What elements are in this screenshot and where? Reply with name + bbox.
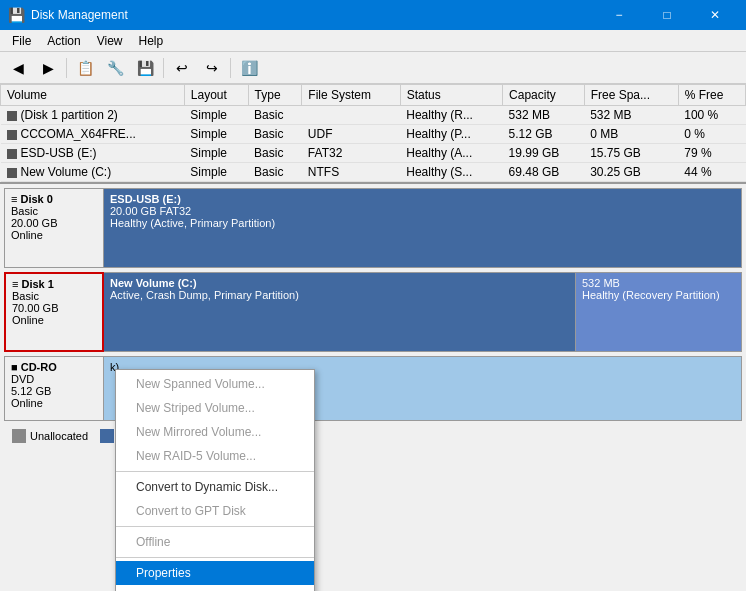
table-cell-3-3: NTFS — [302, 163, 400, 182]
table-cell-1-5: 5.12 GB — [503, 125, 585, 144]
menu-help[interactable]: Help — [131, 30, 172, 52]
table-cell-3-4: Healthy (S... — [400, 163, 502, 182]
menu-action[interactable]: Action — [39, 30, 88, 52]
table-cell-3-6: 30.25 GB — [584, 163, 678, 182]
col-capacity[interactable]: Capacity — [503, 85, 585, 106]
table-cell-0-0: (Disk 1 partition 2) — [1, 106, 185, 125]
col-volume[interactable]: Volume — [1, 85, 185, 106]
partition-recovery-size: 532 MB — [582, 277, 735, 289]
ctx-new-mirrored[interactable]: New Mirrored Volume... — [116, 420, 314, 444]
table-cell-0-2: Basic — [248, 106, 302, 125]
table-cell-2-4: Healthy (A... — [400, 144, 502, 163]
col-status[interactable]: Status — [400, 85, 502, 106]
toolbar-btn-5[interactable]: 💾 — [131, 55, 159, 81]
legend-primary-color — [100, 429, 114, 443]
table-cell-0-7: 100 % — [678, 106, 745, 125]
disk-1-status: Online — [12, 314, 96, 326]
partition-new-volume-label: New Volume (C:) — [110, 277, 569, 289]
volume-icon — [7, 168, 17, 178]
table-cell-2-6: 15.75 GB — [584, 144, 678, 163]
ctx-convert-gpt[interactable]: Convert to GPT Disk — [116, 499, 314, 523]
legend-unallocated: Unallocated — [12, 429, 88, 443]
back-button[interactable]: ◀ — [4, 55, 32, 81]
table-cell-1-3: UDF — [302, 125, 400, 144]
col-type[interactable]: Type — [248, 85, 302, 106]
toolbar-separator-3 — [230, 58, 231, 78]
table-cell-1-1: Simple — [184, 125, 248, 144]
disk-row-1: ≡ Disk 1 Basic 70.00 GB Online New Volum… — [4, 272, 742, 352]
ctx-sep-1 — [116, 471, 314, 472]
toolbar-btn-8[interactable]: ℹ️ — [235, 55, 263, 81]
table-cell-0-4: Healthy (R... — [400, 106, 502, 125]
menu-file[interactable]: File — [4, 30, 39, 52]
toolbar-btn-3[interactable]: 📋 — [71, 55, 99, 81]
forward-button[interactable]: ▶ — [34, 55, 62, 81]
disk-1-size: 70.00 GB — [12, 302, 96, 314]
partition-new-volume[interactable]: New Volume (C:) Active, Crash Dump, Prim… — [104, 273, 576, 351]
table-cell-1-7: 0 % — [678, 125, 745, 144]
ctx-properties[interactable]: Properties — [116, 561, 314, 585]
toolbar-btn-7[interactable]: ↪ — [198, 55, 226, 81]
col-freespace[interactable]: Free Spa... — [584, 85, 678, 106]
table-row[interactable]: CCCOMA_X64FRE...SimpleBasicUDFHealthy (P… — [1, 125, 746, 144]
toolbar: ◀ ▶ 📋 🔧 💾 ↩ ↪ ℹ️ — [0, 52, 746, 84]
disk-0-type: Basic — [11, 205, 97, 217]
disk-table-section: Volume Layout Type File System Status Ca… — [0, 84, 746, 184]
partition-recovery[interactable]: 532 MB Healthy (Recovery Partition) — [576, 273, 741, 351]
partition-esd-usb[interactable]: ESD-USB (E:) 20.00 GB FAT32 Healthy (Act… — [104, 189, 741, 267]
disk-label-cdrom: ■ CD-RO DVD 5.12 GB Online — [4, 356, 104, 421]
ctx-new-raid5[interactable]: New RAID-5 Volume... — [116, 444, 314, 468]
menu-view[interactable]: View — [89, 30, 131, 52]
table-row[interactable]: (Disk 1 partition 2)SimpleBasicHealthy (… — [1, 106, 746, 125]
disk-table: Volume Layout Type File System Status Ca… — [0, 84, 746, 182]
maximize-button[interactable]: □ — [644, 0, 690, 30]
volume-icon — [7, 130, 17, 140]
disk-0-partitions: ESD-USB (E:) 20.00 GB FAT32 Healthy (Act… — [104, 188, 742, 268]
ctx-new-spanned[interactable]: New Spanned Volume... — [116, 372, 314, 396]
disk-1-name: ≡ Disk 1 — [12, 278, 96, 290]
table-cell-1-6: 0 MB — [584, 125, 678, 144]
disk-0-size: 20.00 GB — [11, 217, 97, 229]
ctx-sep-2 — [116, 526, 314, 527]
minimize-button[interactable]: − — [596, 0, 642, 30]
col-percentfree[interactable]: % Free — [678, 85, 745, 106]
toolbar-btn-4[interactable]: 🔧 — [101, 55, 129, 81]
ctx-help[interactable]: Help — [116, 585, 314, 591]
table-cell-3-5: 69.48 GB — [503, 163, 585, 182]
col-layout[interactable]: Layout — [184, 85, 248, 106]
col-filesystem[interactable]: File System — [302, 85, 400, 106]
menu-bar: File Action View Help — [0, 30, 746, 52]
ctx-offline[interactable]: Offline — [116, 530, 314, 554]
disk-cdrom-status: Online — [11, 397, 97, 409]
toolbar-separator-1 — [66, 58, 67, 78]
table-cell-2-3: FAT32 — [302, 144, 400, 163]
table-cell-0-3 — [302, 106, 400, 125]
table-cell-3-1: Simple — [184, 163, 248, 182]
disk-1-partitions: New Volume (C:) Active, Crash Dump, Prim… — [104, 272, 742, 352]
table-cell-2-2: Basic — [248, 144, 302, 163]
table-cell-3-0: New Volume (C:) — [1, 163, 185, 182]
close-button[interactable]: ✕ — [692, 0, 738, 30]
context-menu: New Spanned Volume... New Striped Volume… — [115, 369, 315, 591]
ctx-sep-3 — [116, 557, 314, 558]
toolbar-separator-2 — [163, 58, 164, 78]
table-cell-2-0: ESD-USB (E:) — [1, 144, 185, 163]
disk-1-type: Basic — [12, 290, 96, 302]
title-bar: 💾 Disk Management − □ ✕ — [0, 0, 746, 30]
table-row[interactable]: New Volume (C:)SimpleBasicNTFSHealthy (S… — [1, 163, 746, 182]
disk-cdrom-name: ■ CD-RO — [11, 361, 97, 373]
disk-cdrom-size: 5.12 GB — [11, 385, 97, 397]
partition-esd-usb-status: Healthy (Active, Primary Partition) — [110, 217, 735, 229]
ctx-convert-dynamic[interactable]: Convert to Dynamic Disk... — [116, 475, 314, 499]
volume-icon — [7, 111, 17, 121]
toolbar-btn-6[interactable]: ↩ — [168, 55, 196, 81]
title-bar-text: Disk Management — [31, 8, 596, 22]
table-row[interactable]: ESD-USB (E:)SimpleBasicFAT32Healthy (A..… — [1, 144, 746, 163]
ctx-new-striped[interactable]: New Striped Volume... — [116, 396, 314, 420]
title-bar-controls: − □ ✕ — [596, 0, 738, 30]
partition-esd-usb-size: 20.00 GB FAT32 — [110, 205, 735, 217]
main-content: Volume Layout Type File System Status Ca… — [0, 84, 746, 591]
table-cell-2-5: 19.99 GB — [503, 144, 585, 163]
table-cell-1-2: Basic — [248, 125, 302, 144]
table-cell-0-5: 532 MB — [503, 106, 585, 125]
